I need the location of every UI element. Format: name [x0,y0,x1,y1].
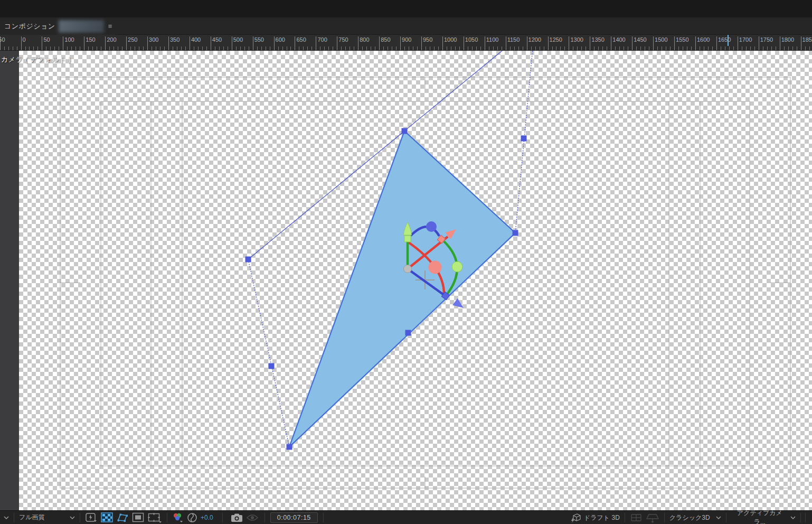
composition-panel-tab[interactable]: コンポジション ≡ [0,17,115,35]
gizmo-anchor-point[interactable] [404,265,412,273]
ruler-minor-tick [455,46,456,51]
ruler-minor-tick [746,46,747,51]
ruler-minor-tick [282,46,283,51]
ruler-minor-tick [691,46,692,51]
ruler-minor-tick [404,46,405,51]
separator [800,513,801,522]
ruler-tick-label: 1650 [718,36,731,43]
renderer-label: クラシック3D [669,513,710,522]
ruler-major-tick [464,36,464,51]
gizmo-y-rotation-handle[interactable] [452,261,462,272]
ruler-major-tick [548,36,549,51]
resolution-dropdown[interactable]: フル画質 [17,512,77,523]
magnification-dropdown[interactable] [2,515,11,520]
layer-handle[interactable] [402,128,408,134]
ruler-major-tick [780,36,780,51]
ruler-minor-tick [683,46,683,51]
ruler-minor-tick [375,46,375,51]
wireframe-options-button[interactable] [628,512,644,523]
show-snapshot-button[interactable] [244,512,260,523]
ground-plane-button[interactable] [644,511,661,524]
fast-previews-button[interactable] [83,511,99,524]
view-layout-dropdown[interactable]: アクティブカメラ... [730,508,797,524]
channel-color-management-button[interactable] [171,511,185,524]
exposure-reset-button[interactable]: +0.0 [185,511,215,524]
ruler-minor-tick [426,46,426,51]
ruler-tick-label: 1200 [528,36,541,43]
shape-layer-triangle[interactable] [289,131,515,447]
ruler-minor-tick [97,46,97,51]
ruler-minor-tick [417,46,418,51]
safe-margins-toggle[interactable] [130,511,146,523]
horizontal-ruler[interactable]: -500501001502002503003504004505005506006… [0,35,812,51]
ruler-minor-tick [228,46,228,51]
ruler-minor-tick [615,46,616,51]
ruler-tick-label: 400 [191,36,201,43]
transparency-grid-toggle[interactable] [99,511,115,523]
layer-handle[interactable] [405,330,411,336]
viewer-overlay [0,51,812,510]
gizmo-y-scale-handle[interactable] [404,236,411,242]
ruler-minor-tick [8,46,9,51]
ruler-major-tick [506,36,506,51]
layer-handle[interactable] [521,136,527,142]
draft-3d-toggle[interactable]: ドラフト 3D [568,511,621,524]
panel-menu-icon[interactable]: ≡ [108,22,112,30]
layer-handle[interactable] [269,363,275,369]
ruler-minor-tick [468,46,468,51]
tab-label: コンポジション [4,22,55,31]
renderer-dropdown[interactable]: クラシック3D [668,512,723,523]
ruler-minor-tick [776,46,776,51]
ruler-tick-label: 1550 [676,36,688,43]
ruler-major-tick [442,36,443,51]
safe-margins-icon [132,512,144,522]
grid-guides-options-button[interactable] [146,511,164,524]
chevron-down-icon [790,516,796,519]
ruler-minor-tick [560,46,561,51]
current-time-field[interactable]: 0:00:07:15 [270,512,318,523]
mask-shape-visibility-toggle[interactable] [115,511,130,523]
ruler-major-tick [590,36,590,51]
ruler-major-tick [569,36,569,51]
ruler-minor-tick [202,46,203,51]
ruler-minor-tick [88,46,89,51]
ruler-tick-label: 100 [64,36,74,43]
window-top-strip [0,0,812,17]
layer-handle[interactable] [513,230,518,236]
gizmo-z-rotation-handle[interactable] [426,221,437,232]
ruler-minor-tick [750,46,751,51]
mask-shape-path-icon [116,512,129,522]
ruler-minor-tick [552,46,553,51]
ruler-minor-tick [287,46,287,51]
ruler-tick-label: 1300 [570,36,583,43]
ruler-major-tick [674,36,675,51]
ruler-minor-tick [236,46,237,51]
chevron-down-icon [70,516,75,519]
take-snapshot-button[interactable] [229,512,244,523]
ruler-minor-tick [598,46,599,51]
ruler-minor-tick [46,46,46,51]
ruler-minor-tick [518,46,519,51]
ruler-tick-label: 1800 [781,36,794,43]
gizmo-z-arrowhead[interactable] [452,298,464,308]
ruler-tick-label: 1100 [486,36,499,43]
exposure-value: +0.0 [201,514,213,521]
layer-handle[interactable] [287,444,292,450]
ruler-major-tick [611,36,611,51]
ruler-minor-tick [640,46,641,51]
layer-handle[interactable] [246,257,251,263]
gizmo-x-rotation-handle[interactable] [429,261,442,274]
composition-viewer[interactable]: カメラ ( デフォルト ) [0,51,812,510]
ruler-minor-tick [767,46,768,51]
ruler-minor-tick [628,46,628,51]
ruler-minor-tick [278,46,279,51]
ruler-tick-label: 800 [360,36,369,43]
ruler-major-tick [421,36,422,51]
ruler-minor-tick [101,46,101,51]
ruler-minor-tick [413,46,413,51]
ruler-major-tick [147,36,148,51]
separator [167,513,167,522]
ruler-minor-tick [320,46,320,51]
ruler-minor-tick [130,46,131,51]
ruler-minor-tick [198,46,199,51]
